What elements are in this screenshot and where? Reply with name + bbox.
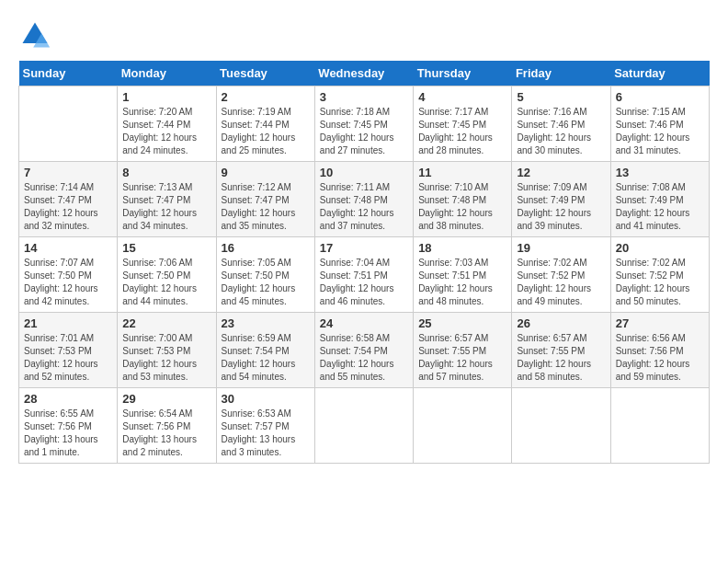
header-cell-wednesday: Wednesday [314, 61, 413, 86]
day-number: 4 [418, 90, 506, 104]
day-cell: 26Sunrise: 6:57 AM Sunset: 7:55 PM Dayli… [512, 313, 610, 388]
day-cell: 25Sunrise: 6:57 AM Sunset: 7:55 PM Dayli… [414, 313, 512, 388]
day-cell: 27Sunrise: 6:56 AM Sunset: 7:56 PM Dayli… [610, 313, 709, 388]
day-info: Sunrise: 7:02 AM Sunset: 7:52 PM Dayligh… [616, 257, 704, 308]
day-cell: 16Sunrise: 7:05 AM Sunset: 7:50 PM Dayli… [216, 237, 314, 313]
day-number: 19 [517, 241, 605, 255]
day-number: 6 [616, 90, 704, 104]
header-cell-friday: Friday [512, 61, 610, 86]
week-row-0: 1Sunrise: 7:20 AM Sunset: 7:44 PM Daylig… [19, 86, 710, 162]
calendar-body: 1Sunrise: 7:20 AM Sunset: 7:44 PM Daylig… [19, 86, 710, 464]
day-cell: 2Sunrise: 7:19 AM Sunset: 7:44 PM Daylig… [216, 86, 314, 162]
day-number: 5 [517, 90, 605, 104]
day-number: 12 [517, 166, 605, 179]
day-number: 27 [616, 316, 704, 330]
day-number: 8 [122, 166, 210, 179]
header-cell-thursday: Thursday [414, 61, 512, 86]
day-info: Sunrise: 6:58 AM Sunset: 7:54 PM Dayligh… [320, 332, 408, 384]
day-info: Sunrise: 6:54 AM Sunset: 7:56 PM Dayligh… [122, 408, 210, 459]
day-info: Sunrise: 7:09 AM Sunset: 7:49 PM Dayligh… [517, 181, 605, 233]
day-info: Sunrise: 7:18 AM Sunset: 7:45 PM Dayligh… [320, 106, 408, 157]
day-cell: 10Sunrise: 7:11 AM Sunset: 7:48 PM Dayli… [314, 162, 413, 237]
week-row-3: 21Sunrise: 7:01 AM Sunset: 7:53 PM Dayli… [19, 313, 710, 388]
day-info: Sunrise: 7:04 AM Sunset: 7:51 PM Dayligh… [320, 257, 408, 308]
header-cell-monday: Monday [118, 61, 216, 86]
day-cell: 1Sunrise: 7:20 AM Sunset: 7:44 PM Daylig… [118, 86, 216, 162]
day-number: 25 [418, 316, 506, 330]
day-number: 23 [222, 316, 310, 330]
day-cell: 14Sunrise: 7:07 AM Sunset: 7:50 PM Dayli… [19, 237, 118, 313]
day-number: 30 [222, 392, 310, 406]
day-cell: 15Sunrise: 7:06 AM Sunset: 7:50 PM Dayli… [118, 237, 216, 313]
day-cell: 3Sunrise: 7:18 AM Sunset: 7:45 PM Daylig… [314, 86, 413, 162]
day-number: 14 [24, 241, 112, 255]
day-info: Sunrise: 7:12 AM Sunset: 7:47 PM Dayligh… [222, 181, 310, 233]
day-cell [610, 388, 709, 464]
day-info: Sunrise: 7:00 AM Sunset: 7:53 PM Dayligh… [122, 332, 210, 384]
calendar-header: SundayMondayTuesdayWednesdayThursdayFrid… [19, 61, 710, 86]
day-cell: 21Sunrise: 7:01 AM Sunset: 7:53 PM Dayli… [19, 313, 118, 388]
day-number: 24 [320, 316, 408, 330]
day-cell: 8Sunrise: 7:13 AM Sunset: 7:47 PM Daylig… [118, 162, 216, 237]
day-cell: 6Sunrise: 7:15 AM Sunset: 7:46 PM Daylig… [610, 86, 709, 162]
day-cell: 23Sunrise: 6:59 AM Sunset: 7:54 PM Dayli… [216, 313, 314, 388]
day-info: Sunrise: 7:19 AM Sunset: 7:44 PM Dayligh… [222, 106, 310, 157]
day-cell: 12Sunrise: 7:09 AM Sunset: 7:49 PM Dayli… [512, 162, 610, 237]
logo [18, 18, 55, 52]
day-number: 28 [24, 392, 112, 406]
day-number: 21 [24, 316, 112, 330]
day-number: 10 [320, 166, 408, 179]
day-info: Sunrise: 7:17 AM Sunset: 7:45 PM Dayligh… [418, 106, 506, 157]
header-cell-saturday: Saturday [610, 61, 709, 86]
day-cell: 9Sunrise: 7:12 AM Sunset: 7:47 PM Daylig… [216, 162, 314, 237]
day-info: Sunrise: 7:02 AM Sunset: 7:52 PM Dayligh… [517, 257, 605, 308]
day-cell [414, 388, 512, 464]
day-number: 13 [616, 166, 704, 179]
day-info: Sunrise: 7:11 AM Sunset: 7:48 PM Dayligh… [320, 181, 408, 233]
day-info: Sunrise: 7:08 AM Sunset: 7:49 PM Dayligh… [616, 181, 704, 233]
week-row-2: 14Sunrise: 7:07 AM Sunset: 7:50 PM Dayli… [19, 237, 710, 313]
day-info: Sunrise: 7:05 AM Sunset: 7:50 PM Dayligh… [222, 257, 310, 308]
day-info: Sunrise: 7:20 AM Sunset: 7:44 PM Dayligh… [122, 106, 210, 157]
day-cell: 28Sunrise: 6:55 AM Sunset: 7:56 PM Dayli… [19, 388, 118, 464]
day-cell: 20Sunrise: 7:02 AM Sunset: 7:52 PM Dayli… [610, 237, 709, 313]
day-info: Sunrise: 6:56 AM Sunset: 7:56 PM Dayligh… [616, 332, 704, 384]
day-info: Sunrise: 6:57 AM Sunset: 7:55 PM Dayligh… [418, 332, 506, 384]
day-number: 3 [320, 90, 408, 104]
week-row-4: 28Sunrise: 6:55 AM Sunset: 7:56 PM Dayli… [19, 388, 710, 464]
day-cell [314, 388, 413, 464]
day-number: 7 [24, 166, 112, 179]
day-number: 26 [517, 316, 605, 330]
day-info: Sunrise: 7:13 AM Sunset: 7:47 PM Dayligh… [122, 181, 210, 233]
day-number: 20 [616, 241, 704, 255]
header [18, 18, 710, 52]
day-cell: 7Sunrise: 7:14 AM Sunset: 7:47 PM Daylig… [19, 162, 118, 237]
day-info: Sunrise: 6:53 AM Sunset: 7:57 PM Dayligh… [222, 408, 310, 459]
calendar-table: SundayMondayTuesdayWednesdayThursdayFrid… [18, 61, 710, 464]
day-number: 29 [122, 392, 210, 406]
day-cell: 22Sunrise: 7:00 AM Sunset: 7:53 PM Dayli… [118, 313, 216, 388]
header-cell-sunday: Sunday [19, 61, 118, 86]
day-info: Sunrise: 7:06 AM Sunset: 7:50 PM Dayligh… [122, 257, 210, 308]
day-number: 22 [122, 316, 210, 330]
day-info: Sunrise: 7:14 AM Sunset: 7:47 PM Dayligh… [24, 181, 112, 233]
day-info: Sunrise: 6:59 AM Sunset: 7:54 PM Dayligh… [222, 332, 310, 384]
day-number: 1 [122, 90, 210, 104]
day-info: Sunrise: 7:01 AM Sunset: 7:53 PM Dayligh… [24, 332, 112, 384]
day-cell: 4Sunrise: 7:17 AM Sunset: 7:45 PM Daylig… [414, 86, 512, 162]
day-number: 2 [222, 90, 310, 104]
day-info: Sunrise: 7:03 AM Sunset: 7:51 PM Dayligh… [418, 257, 506, 308]
logo-icon [18, 18, 51, 52]
day-cell: 24Sunrise: 6:58 AM Sunset: 7:54 PM Dayli… [314, 313, 413, 388]
day-cell: 13Sunrise: 7:08 AM Sunset: 7:49 PM Dayli… [610, 162, 709, 237]
week-row-1: 7Sunrise: 7:14 AM Sunset: 7:47 PM Daylig… [19, 162, 710, 237]
day-cell: 18Sunrise: 7:03 AM Sunset: 7:51 PM Dayli… [414, 237, 512, 313]
day-cell: 11Sunrise: 7:10 AM Sunset: 7:48 PM Dayli… [414, 162, 512, 237]
day-number: 9 [222, 166, 310, 179]
day-number: 11 [418, 166, 506, 179]
day-cell [19, 86, 118, 162]
day-cell [512, 388, 610, 464]
day-number: 16 [222, 241, 310, 255]
day-number: 18 [418, 241, 506, 255]
day-number: 15 [122, 241, 210, 255]
